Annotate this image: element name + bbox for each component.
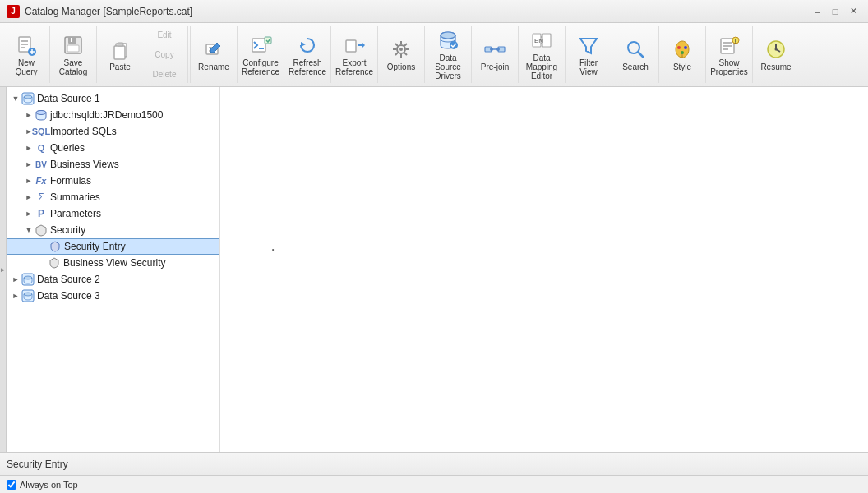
new-query-label: New Query xyxy=(15,58,37,76)
save-icon xyxy=(62,34,85,57)
rename-icon xyxy=(202,38,225,61)
tree-item-bv-security[interactable]: Business View Security xyxy=(7,255,219,271)
rename-button[interactable]: Rename xyxy=(192,27,235,83)
paste-icon xyxy=(108,38,132,61)
sigma-icon: Σ xyxy=(35,191,48,204)
expand-jdbc: ► xyxy=(23,109,35,121)
bottom-bar: Always on Top xyxy=(0,475,868,493)
expand-bviews: ► xyxy=(23,159,35,170)
svg-point-43 xyxy=(677,46,681,49)
minimize-button[interactable]: – xyxy=(809,3,825,20)
expand-ds1: ▼ xyxy=(10,93,21,104)
svg-rect-12 xyxy=(114,46,125,59)
tree-item-jdbc[interactable]: ► jdbc:hsqldb:JRDemo1500 xyxy=(7,107,219,123)
svg-point-45 xyxy=(681,51,684,54)
tree-item-queries[interactable]: ► Q Queries xyxy=(7,140,219,156)
expand-queries: ► xyxy=(23,142,35,154)
options-button[interactable]: Options xyxy=(380,27,422,83)
jdbc-icon xyxy=(35,108,48,122)
formulas-label: Formulas xyxy=(50,175,91,187)
queries-label: Queries xyxy=(50,142,85,154)
ds2-label: Data Source 2 xyxy=(37,274,100,285)
svg-point-41 xyxy=(628,42,639,53)
filter-icon xyxy=(577,34,600,57)
tree-item-bviews[interactable]: ► BV Business Views xyxy=(7,156,219,173)
app-icon: J xyxy=(7,5,20,18)
tree-item-ds2[interactable]: ► Data Source 2 xyxy=(7,271,219,288)
toolbar: New Query Save Catalog xyxy=(0,23,868,87)
svg-rect-13 xyxy=(118,43,123,46)
tree-item-parameters[interactable]: ► P Parameters xyxy=(7,205,219,222)
svg-point-64 xyxy=(24,293,32,296)
edit-button[interactable]: Edit xyxy=(145,26,184,44)
tree-item-ds1[interactable]: ▼ Data Source 1 xyxy=(7,90,219,107)
tree-item-security-entry[interactable]: Security Entry xyxy=(7,238,219,255)
configure-reference-button[interactable]: Configure Reference xyxy=(239,27,282,83)
svg-point-44 xyxy=(684,46,687,49)
paste-button[interactable]: Paste xyxy=(99,27,141,83)
pre-join-button[interactable]: Pre-join xyxy=(473,27,516,83)
parameters-label: Parameters xyxy=(50,208,101,219)
status-bar: Security Entry xyxy=(0,452,868,475)
cursor: ⬞ xyxy=(270,243,276,256)
search-button[interactable]: Search xyxy=(614,27,657,83)
resume-button[interactable]: Resume xyxy=(755,27,797,83)
tree-item-imported-sqls[interactable]: ► SQL Imported SQLs xyxy=(7,123,219,140)
filter-view-button[interactable]: Filter View xyxy=(567,27,610,83)
refresh-reference-button[interactable]: Refresh Reference xyxy=(286,27,329,83)
ds2-icon xyxy=(21,273,35,286)
style-button[interactable]: Style xyxy=(661,27,704,83)
refresh-reference-label: Refresh Reference xyxy=(289,58,326,76)
collapse-tab[interactable]: ► xyxy=(0,87,7,452)
jdbc-label: jdbc:hsqldb:JRDemo1500 xyxy=(50,109,163,121)
tree-panel: ▼ Data Source 1 ► jdbc:hsqldb:JRDemo1500… xyxy=(7,87,220,452)
new-query-icon xyxy=(15,34,38,57)
refresh-icon xyxy=(296,34,319,57)
window-title: Catalog Manager [SampleReports.cat] xyxy=(25,6,192,17)
new-query-button[interactable]: New Query xyxy=(5,27,48,83)
window-controls: – □ ✕ xyxy=(809,3,861,20)
main-content: ► ▼ Data Source 1 ► jdbc:hsqldb:JRDemo15… xyxy=(0,87,868,452)
expand-security: ▼ xyxy=(23,224,35,236)
rename-label: Rename xyxy=(198,62,229,71)
content-area: ⬞ xyxy=(220,87,868,452)
svg-point-60 xyxy=(36,111,46,115)
always-on-top-checkbox[interactable] xyxy=(7,480,16,490)
copy-label: Copy xyxy=(155,50,173,59)
close-button[interactable]: ✕ xyxy=(845,3,861,20)
data-source-drivers-button[interactable]: Data Source Drivers xyxy=(427,27,469,83)
maximize-button[interactable]: □ xyxy=(827,3,843,20)
tree-item-ds3[interactable]: ► Data Source 3 xyxy=(7,288,219,304)
query-icon: Q xyxy=(35,141,48,154)
status-text: Security Entry xyxy=(7,458,68,470)
expand-ds3: ► xyxy=(10,290,21,302)
delete-button[interactable]: Delete xyxy=(145,65,184,83)
tree-item-summaries[interactable]: ► Σ Summaries xyxy=(7,189,219,205)
bv-icon: BV xyxy=(35,158,48,171)
tree-item-security[interactable]: ▼ Security xyxy=(7,222,219,238)
security-entry-icon xyxy=(48,240,62,253)
security-icon xyxy=(35,223,48,237)
svg-marker-20 xyxy=(301,42,306,47)
options-icon xyxy=(390,38,413,61)
datamapping-icon: EN xyxy=(530,29,553,52)
svg-point-62 xyxy=(24,276,32,279)
svg-marker-40 xyxy=(580,39,597,53)
security-label: Security xyxy=(50,224,85,236)
security-entry-label: Security Entry xyxy=(64,241,126,252)
save-catalog-button[interactable]: Save Catalog xyxy=(52,27,95,83)
configure-reference-label: Configure Reference xyxy=(242,58,279,76)
param-icon: P xyxy=(35,207,48,220)
copy-button[interactable]: Copy xyxy=(145,46,184,64)
datasource-drivers-label: Data Source Drivers xyxy=(429,53,467,81)
svg-marker-23 xyxy=(362,42,365,48)
always-on-top-wrap[interactable]: Always on Top xyxy=(7,480,78,490)
bv-security-label: Business View Security xyxy=(63,257,166,269)
data-mapping-editor-button[interactable]: EN Data Mapping Editor xyxy=(520,27,563,83)
svg-point-27 xyxy=(441,32,455,39)
tree-item-formulas[interactable]: ► Fx Formulas xyxy=(7,173,219,189)
export-reference-button[interactable]: Export Reference xyxy=(333,27,376,83)
show-properties-button[interactable]: Show Properties xyxy=(708,27,750,83)
pre-join-label: Pre-join xyxy=(481,62,509,71)
configure-icon xyxy=(249,34,272,57)
